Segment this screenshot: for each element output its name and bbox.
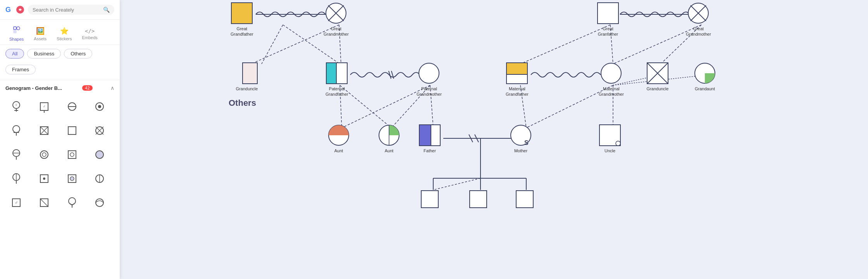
search-icon: 🔍 — [103, 7, 110, 13]
tab-assets-label: Assets — [34, 36, 46, 41]
section-header: Genogram - Gender B... 42 ∧ — [5, 85, 114, 91]
svg-point-34 — [96, 151, 103, 158]
great-gf-paternal-label: GreatGrandfather — [231, 26, 253, 37]
shape-unknown[interactable] — [61, 96, 83, 117]
shape-f6[interactable] — [5, 168, 27, 189]
great-gf-paternal[interactable]: GreatGrandfather — [231, 2, 253, 37]
aunt1[interactable]: Aunt — [327, 124, 350, 153]
frames-button[interactable]: Frames — [5, 65, 36, 74]
aunt2[interactable]: Aunt — [378, 124, 400, 153]
great-gf-maternal[interactable]: GreatGranfather — [597, 2, 619, 37]
section-title: Genogram - Gender B... — [5, 85, 62, 91]
great-gm-maternal[interactable]: GreatGrandmother — [686, 2, 711, 37]
maternal-gm[interactable]: MaternalGrandmother — [599, 62, 624, 97]
svg-rect-21 — [68, 127, 76, 134]
svg-point-39 — [43, 177, 45, 180]
divider — [0, 80, 120, 80]
tab-shapes[interactable]: Shapes — [5, 24, 28, 45]
svg-rect-111 — [470, 191, 487, 208]
filter-business[interactable]: Business — [27, 49, 61, 59]
tab-stickers[interactable]: ⭐ Stickers — [53, 24, 76, 44]
svg-line-81 — [391, 71, 394, 79]
tab-row: Shapes 🖼️ Assets ⭐ Stickers </> Embeds — [0, 20, 120, 45]
great-gf-maternal-label: GreatGranfather — [598, 26, 618, 37]
shape-m6[interactable] — [61, 168, 83, 189]
assets-icon: 🖼️ — [36, 27, 45, 35]
svg-point-49 — [96, 199, 103, 207]
child3[interactable] — [515, 190, 534, 208]
uncle[interactable]: Uncle — [599, 124, 621, 153]
granduncle-maternal[interactable]: Granduncle — [646, 62, 669, 91]
svg-rect-90 — [243, 63, 257, 84]
shape-m2[interactable] — [33, 120, 55, 141]
svg-point-30 — [40, 151, 48, 158]
collapse-icon[interactable]: ∧ — [110, 85, 114, 91]
paternal-gm[interactable]: PaternalGrandmother — [417, 62, 442, 97]
creately-logo — [16, 5, 25, 14]
shapes-icon — [13, 26, 21, 36]
svg-line-80 — [389, 71, 391, 79]
svg-point-47 — [69, 198, 76, 205]
shapes-grid: ♀ ♂ — [5, 94, 114, 215]
shape-m3[interactable] — [61, 120, 83, 141]
shape-dot[interactable] — [89, 96, 110, 117]
shape-f5[interactable] — [89, 144, 110, 165]
svg-point-96 — [601, 63, 621, 83]
svg-text:♀: ♀ — [15, 103, 18, 107]
svg-rect-92 — [336, 63, 347, 84]
shape-dot2[interactable] — [33, 144, 55, 165]
great-gm-paternal[interactable]: GreatGrandmother — [324, 2, 349, 37]
shape-f2[interactable] — [5, 120, 27, 141]
great-gm-paternal-label: GreatGrandmother — [324, 26, 349, 37]
svg-rect-3 — [14, 30, 16, 33]
uncle-label: Uncle — [604, 148, 615, 153]
maternal-gf[interactable]: MaternalGrandfather — [506, 62, 529, 97]
filter-all[interactable]: All — [5, 49, 24, 59]
paternal-gm-label: PaternalGrandmother — [417, 86, 442, 97]
svg-text:♂: ♂ — [15, 200, 18, 205]
shape-f7[interactable] — [89, 168, 110, 189]
grandaunt[interactable]: Grandaunt — [694, 62, 716, 91]
shape-male[interactable]: ♂ — [33, 96, 55, 117]
svg-rect-91 — [326, 63, 336, 84]
svg-rect-82 — [231, 3, 252, 24]
svg-rect-110 — [421, 191, 438, 208]
svg-point-93 — [419, 63, 439, 83]
shape-f9[interactable] — [89, 192, 110, 214]
shape-f8[interactable] — [61, 192, 83, 214]
child1[interactable] — [420, 190, 439, 208]
aunt1-label: Aunt — [334, 148, 343, 153]
section-badge: 42 — [82, 85, 92, 91]
svg-rect-94 — [506, 63, 527, 74]
paternal-gf[interactable]: PaternalGrandfather — [326, 62, 348, 97]
sidebar: G 🔍 Shapes 🖼️ Assets — [0, 0, 120, 279]
svg-point-14 — [98, 105, 101, 108]
shape-m5[interactable] — [33, 168, 55, 189]
svg-point-31 — [42, 153, 46, 157]
svg-rect-32 — [68, 151, 76, 158]
canvas[interactable]: GreatGrandfather GreatGrandmother GreatG… — [120, 0, 868, 279]
tab-shapes-label: Shapes — [9, 37, 24, 41]
svg-line-54 — [475, 134, 479, 142]
svg-rect-95 — [506, 74, 527, 84]
shape-f3[interactable] — [89, 120, 110, 141]
genogram-section: Genogram - Gender B... 42 ∧ ♀ ♂ — [0, 82, 120, 217]
granduncle-paternal[interactable]: Granduncle — [236, 62, 258, 91]
search-input[interactable] — [33, 7, 101, 13]
child2[interactable] — [469, 190, 487, 208]
shape-m8[interactable] — [33, 192, 55, 214]
great-gm-maternal-label: GreatGrandmother — [686, 26, 711, 37]
shape-m7[interactable]: ♂ — [5, 192, 27, 214]
filter-others[interactable]: Others — [64, 49, 92, 59]
mother[interactable]: S Mother — [510, 124, 532, 153]
svg-rect-1 — [14, 27, 16, 29]
tab-assets[interactable]: 🖼️ Assets — [30, 24, 50, 44]
shape-female[interactable]: ♀ — [5, 96, 27, 117]
tab-embeds[interactable]: </> Embeds — [78, 26, 101, 43]
father[interactable]: Father — [418, 124, 441, 153]
mother-label: Mother — [514, 148, 527, 153]
search-input-wrap[interactable]: 🔍 — [28, 5, 114, 15]
shape-m4[interactable] — [61, 144, 83, 165]
shape-f4[interactable] — [5, 144, 27, 165]
svg-text:S: S — [524, 140, 529, 146]
